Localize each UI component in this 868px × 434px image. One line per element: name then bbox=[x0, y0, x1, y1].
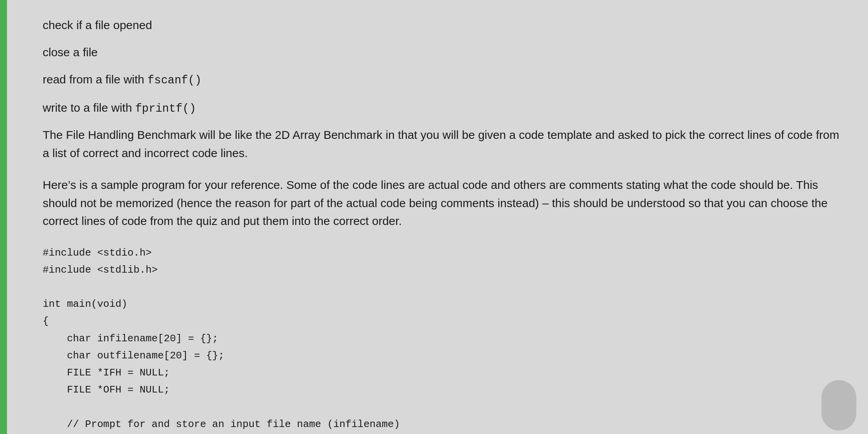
list-item-3-text-before: read from a file with bbox=[43, 73, 147, 86]
list-item-4-text-before: write to a file with bbox=[43, 101, 135, 114]
code-block: #include <stdio.h> #include <stdlib.h> i… bbox=[43, 244, 845, 434]
list-item-4: write to a file with fprintf() bbox=[43, 94, 845, 123]
paragraph-1: The File Handling Benchmark will be like… bbox=[43, 126, 845, 162]
scrollbar-thumb[interactable] bbox=[821, 380, 856, 431]
list-item-2-text: close a file bbox=[43, 46, 98, 59]
list-item-3: read from a file with fscanf() bbox=[43, 66, 845, 94]
list-item-2: close a file bbox=[43, 39, 845, 66]
main-content: check if a file opened close a file read… bbox=[19, 0, 868, 434]
paragraph-2: Here’s is a sample program for your refe… bbox=[43, 176, 845, 230]
list-item-3-code: fscanf() bbox=[147, 74, 201, 87]
list-item-1: check if a file opened bbox=[43, 12, 845, 39]
list-item-4-code: fprintf() bbox=[135, 102, 196, 115]
bullet-list: check if a file opened close a file read… bbox=[43, 12, 845, 122]
green-sidebar-bar bbox=[0, 0, 7, 434]
list-item-1-text: check if a file opened bbox=[43, 19, 152, 31]
